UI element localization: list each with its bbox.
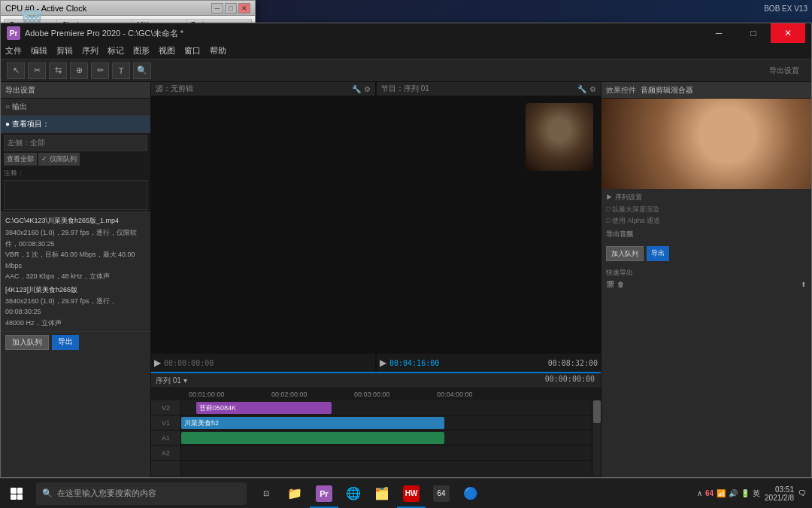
play-btn-program[interactable]: ▶	[380, 357, 386, 368]
menu-view[interactable]: 视图	[159, 45, 175, 56]
taskbar-clock[interactable]: 03:51 2021/2/8	[765, 485, 794, 502]
btn-export[interactable]: 导出	[52, 335, 79, 350]
premiere-maximize-btn[interactable]: □	[736, 23, 771, 43]
clip-v1[interactable]: 川菜美食h2	[181, 417, 444, 429]
premiere-close-btn[interactable]: ✕	[771, 23, 805, 43]
tray-icon-battery[interactable]: 🔋	[741, 489, 750, 497]
play-btn-source[interactable]: ▶	[154, 357, 161, 368]
taskbar-file-explorer[interactable]: 📁	[281, 479, 308, 508]
action-buttons: 加入队列 导出	[1, 331, 150, 353]
tray-icon-hwinfo[interactable]: 64	[705, 489, 714, 497]
menu-edit[interactable]: 编辑	[31, 45, 47, 56]
timeline-scrollthumb[interactable]	[593, 400, 601, 423]
premiere-left-panel: 导出设置 ○ 输出 ● 查看项目： 左侧：全部 查看全部 ✓ 仅限队列 注释：	[1, 82, 151, 477]
premiere-app-icon: Pr	[7, 26, 20, 40]
taskbar-files-item[interactable]: 🗂️	[368, 479, 395, 508]
clock-date: 2021/2/8	[765, 494, 794, 502]
premiere-title: Adobe Premiere Pro 2020 - C:\GC\未命名 *	[25, 28, 183, 39]
tray-icon-arrow[interactable]: ∧	[697, 489, 702, 497]
left-panel-filter: 左侧：全部 查看全部 ✓ 仅限队列 注释：	[1, 133, 150, 211]
toolbar-text-btn[interactable]: T	[112, 62, 130, 79]
right-panel-header: 效果控件 音频剪辑混合器	[601, 82, 811, 99]
premiere-titlebar[interactable]: Pr Adobe Premiere Pro 2020 - C:\GC\未命名 *…	[1, 23, 811, 43]
premiere-minimize-btn[interactable]: ─	[701, 23, 736, 43]
btn-queue[interactable]: 加入队列	[606, 246, 644, 261]
menu-sequence[interactable]: 序列	[82, 45, 98, 56]
tray-icon-network[interactable]: 📶	[717, 489, 726, 497]
clip-v2[interactable]: 苔藓05084K	[196, 402, 332, 414]
right-info-panel: ▶ 序列设置 □ 以最大深度渲染 □ 使用 Alpha 通道 导出音频 加入队列…	[601, 189, 811, 294]
premiere-window-controls: ─ □ ✕	[701, 23, 805, 43]
toolbar-cut-btn[interactable]: ✂	[28, 62, 46, 79]
clock-time: 03:51	[765, 485, 794, 494]
menu-clip[interactable]: 剪辑	[56, 45, 73, 56]
taskbar: 🔍 在这里输入您要搜索的内容 ⊡ 📁 Pr 🌐 🗂️	[0, 478, 812, 508]
sequence-info-header: ▶ 序列设置	[606, 192, 807, 202]
toolbar-pen-btn[interactable]: ✏	[91, 62, 109, 79]
program-settings-icon: ⚙	[589, 85, 596, 93]
taskbar-hwinfo-icon: HW	[403, 485, 420, 502]
checkbox-field: □ 使用 Alpha 通道	[606, 215, 807, 226]
start-button[interactable]	[0, 479, 33, 509]
ruler-mark-1: 00:01:00:00	[189, 391, 225, 398]
menu-mark[interactable]: 标记	[108, 45, 124, 56]
cpu-clock-close[interactable]: ✕	[238, 3, 250, 14]
source-monitor-header: 源：无剪辑 🔧 ⚙	[151, 82, 375, 96]
notification-icon[interactable]: 🗨	[798, 489, 806, 497]
file-info-panel: C:\GC\4K123\川菜美食h265版_1.mp4 3840x2160 (1…	[1, 211, 150, 331]
toolbar-zoom-btn[interactable]: 🔍	[133, 62, 151, 79]
timeline-area: 序列 01 ▾ 00:00:00:00 00:01:00:00 00:02:00…	[151, 372, 601, 477]
program-timecode: 00:04:16:00	[389, 359, 439, 367]
filter-btn-all[interactable]: 查看全部	[4, 153, 37, 166]
taskbar-premiere-icon: Pr	[316, 485, 332, 502]
track-v2: 苔藓05084K	[181, 400, 592, 415]
timeline-scrollbar[interactable]	[592, 400, 601, 476]
btn-export-main[interactable]: 导出	[647, 246, 669, 261]
filter-comment	[4, 180, 147, 210]
left-panel-output[interactable]: ○ 输出	[1, 99, 150, 116]
left-panel-header: 导出设置	[1, 82, 150, 99]
tray-icon-speaker[interactable]: 🔊	[729, 489, 738, 497]
btn-add-to-queue[interactable]: 加入队列	[5, 335, 49, 350]
toolbar-select-btn[interactable]: ↖	[7, 62, 25, 79]
menu-graphics[interactable]: 图形	[133, 45, 150, 56]
taskbar-search[interactable]: 🔍 在这里输入您要搜索的内容	[36, 482, 247, 505]
track-v1: 川菜美食h2	[181, 415, 592, 430]
toolbar-rate-btn[interactable]: ⊕	[70, 62, 88, 79]
track-a2	[181, 446, 592, 461]
tray-icon-keyboard[interactable]: 英	[753, 488, 760, 499]
filter-btn-check[interactable]: ✓ 仅限队列	[38, 153, 80, 166]
cpu-clock-controls: ─ □ ✕	[211, 3, 250, 14]
clip-a1[interactable]	[181, 432, 444, 444]
ruler-mark-4: 00:04:00:00	[437, 391, 473, 398]
wrench-icon: 🔧	[352, 85, 361, 93]
taskbar-hwinfo-item[interactable]: HW	[397, 479, 426, 508]
render-time-label: 快速导出	[606, 267, 807, 278]
cpu-clock-maximize[interactable]: □	[225, 3, 237, 14]
cpu-clock-minimize[interactable]: ─	[211, 3, 223, 14]
taskbar-edge-item[interactable]: 🌐	[340, 479, 367, 508]
menu-file[interactable]: 文件	[5, 45, 22, 56]
timeline-tracks: V2 V1 A1 A2 苔藓05084K	[151, 400, 601, 476]
left-panel-source[interactable]: ● 查看项目：	[1, 116, 150, 133]
ruler-mark-3: 00:03:00:00	[354, 391, 390, 398]
source-monitor-icons: 🔧 ⚙	[352, 85, 371, 93]
audio-tab[interactable]: 音频剪辑混合器	[641, 85, 693, 96]
desktop-overlay-text: BOB EX V13	[764, 5, 807, 13]
menu-help[interactable]: 帮助	[210, 45, 226, 56]
taskbar-task-view[interactable]: ⊡	[253, 479, 280, 508]
file-info-3: AAC，320 Kbps，48 kHz，立体声	[5, 271, 146, 281]
program-wrench-icon: 🔧	[577, 85, 586, 93]
effects-tab[interactable]: 效果控件	[606, 85, 636, 96]
render-icons: 🎬 🗑 ⬆	[606, 279, 807, 290]
search-magnify-icon: 🔍	[42, 488, 53, 498]
render-icon-1: 🎬	[606, 279, 614, 290]
premiere-window: Pr Adobe Premiere Pro 2020 - C:\GC\未命名 *…	[0, 23, 812, 478]
source-video	[151, 96, 375, 354]
ruler-mark-2: 00:02:00:00	[271, 391, 308, 398]
taskbar-another-item[interactable]: 🔵	[457, 479, 484, 508]
taskbar-premiere-item[interactable]: Pr	[310, 479, 338, 508]
taskbar-other-item[interactable]: 64	[427, 479, 456, 508]
menu-window[interactable]: 窗口	[184, 45, 201, 56]
toolbar-ripple-btn[interactable]: ⇆	[49, 62, 67, 79]
